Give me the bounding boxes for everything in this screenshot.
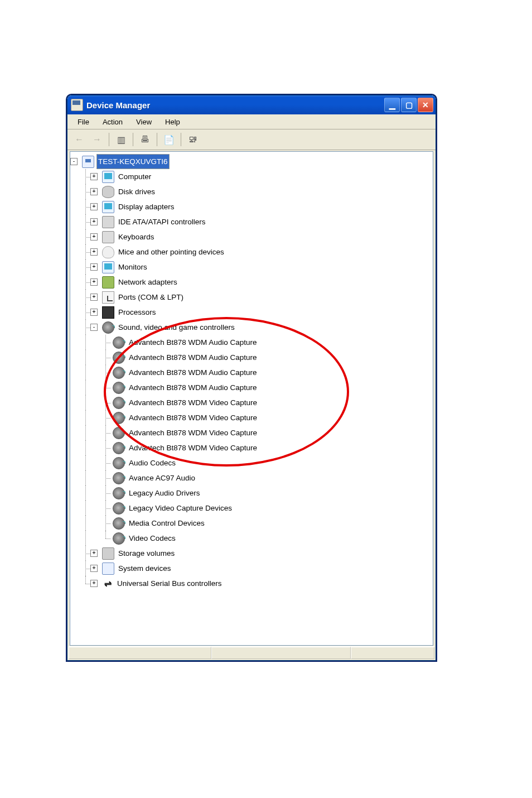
tree-device-node[interactable]: Advantech Bt878 WDM Audio Capture bbox=[70, 365, 433, 380]
tree-device-node[interactable]: Legacy Video Capture Devices bbox=[70, 501, 433, 516]
toolbar-separator bbox=[181, 133, 181, 146]
statusbar bbox=[69, 646, 434, 659]
menu-file[interactable]: File bbox=[71, 117, 96, 127]
tree-node-label: Storage volumes bbox=[117, 546, 176, 561]
status-pane bbox=[211, 647, 351, 659]
tree-node-label: Advantech Bt878 WDM Audio Capture bbox=[127, 380, 259, 395]
menu-action[interactable]: Action bbox=[96, 117, 129, 127]
menu-help[interactable]: Help bbox=[158, 117, 187, 127]
tree-category-node[interactable]: +⇌Universal Serial Bus controllers bbox=[70, 576, 433, 591]
sound-icon bbox=[113, 457, 125, 469]
device-tree[interactable]: -TEST-KEQXUVGTI6+Computer+Disk drives+Di… bbox=[70, 151, 433, 646]
expander-icon[interactable]: + bbox=[90, 278, 98, 286]
expander-icon[interactable]: + bbox=[90, 173, 98, 180]
tree-device-node[interactable]: Media Control Devices bbox=[70, 516, 433, 531]
tree-category-node[interactable]: +Monitors bbox=[70, 259, 433, 275]
network-icon bbox=[102, 276, 114, 289]
expander-icon[interactable]: + bbox=[90, 218, 98, 225]
monitor-icon bbox=[102, 201, 114, 213]
system-icon bbox=[102, 563, 114, 575]
tree-node-label: Computer bbox=[117, 169, 153, 184]
tree-node-label: Legacy Audio Drivers bbox=[127, 485, 202, 501]
expander-icon[interactable]: + bbox=[90, 188, 98, 195]
show-hide-tree-button[interactable]: ▥ bbox=[113, 131, 129, 148]
tree-category-node[interactable]: +Ports (COM & LPT) bbox=[70, 290, 433, 305]
minimize-button[interactable]: ▁ bbox=[384, 98, 400, 112]
printer-icon: 🖶 bbox=[141, 134, 149, 145]
tree-node-label: Disk drives bbox=[117, 184, 157, 199]
tree-device-node[interactable]: Advantech Bt878 WDM Video Capture bbox=[70, 410, 433, 425]
expander-icon[interactable]: + bbox=[90, 580, 98, 587]
close-button[interactable]: ✕ bbox=[418, 98, 433, 112]
tree-category-node[interactable]: +Disk drives bbox=[70, 184, 433, 199]
tree-node-label: TEST-KEQXUVGTI6 bbox=[96, 154, 170, 169]
tree-node-label: Advantech Bt878 WDM Video Capture bbox=[127, 395, 259, 410]
sound-icon bbox=[113, 412, 125, 424]
expander-icon[interactable]: + bbox=[90, 263, 98, 271]
tree-category-node[interactable]: +Keyboards bbox=[70, 229, 433, 244]
expander-icon[interactable]: + bbox=[90, 550, 98, 557]
sound-icon bbox=[113, 382, 125, 394]
sound-icon bbox=[113, 487, 125, 499]
tree-device-node[interactable]: Audio Codecs bbox=[70, 455, 433, 470]
expander-icon[interactable]: + bbox=[90, 248, 98, 256]
titlebar[interactable]: Device Manager ▁ ▢ ✕ bbox=[67, 95, 436, 114]
storage-icon bbox=[102, 547, 114, 560]
tree-device-node[interactable]: Advantech Bt878 WDM Audio Capture bbox=[70, 335, 433, 350]
properties-button[interactable]: 📄 bbox=[161, 131, 177, 148]
monitor-icon bbox=[102, 261, 114, 273]
nav-forward-button[interactable]: → bbox=[89, 131, 105, 148]
properties-icon: 📄 bbox=[163, 134, 175, 145]
tree-category-node[interactable]: +Storage volumes bbox=[70, 546, 433, 561]
tree-category-node[interactable]: +Computer bbox=[70, 169, 433, 184]
expander-icon[interactable]: - bbox=[70, 158, 78, 165]
tree-node-label: Network adapters bbox=[117, 275, 179, 290]
tree-node-label: Audio Codecs bbox=[127, 455, 177, 470]
toolbar-separator bbox=[109, 133, 109, 146]
tree-node-label: Advantech Bt878 WDM Video Capture bbox=[127, 440, 259, 455]
tree-node-label: Advantech Bt878 WDM Audio Capture bbox=[127, 335, 259, 350]
expander-icon[interactable]: - bbox=[90, 324, 98, 331]
tree-device-node[interactable]: Legacy Audio Drivers bbox=[70, 485, 433, 501]
tree-device-node[interactable]: Advantech Bt878 WDM Audio Capture bbox=[70, 380, 433, 395]
print-button[interactable]: 🖶 bbox=[137, 131, 153, 148]
sound-icon bbox=[113, 336, 125, 349]
tree-node-label: Advantech Bt878 WDM Video Capture bbox=[127, 425, 259, 440]
tree-device-node[interactable]: Avance AC97 Audio bbox=[70, 470, 433, 485]
usb-icon: ⇌ bbox=[102, 578, 113, 589]
expander-icon[interactable]: + bbox=[90, 203, 98, 210]
expander-icon[interactable]: + bbox=[90, 233, 98, 241]
tree-node-label: Avance AC97 Audio bbox=[127, 470, 197, 485]
tree-root-node[interactable]: -TEST-KEQXUVGTI6 bbox=[70, 154, 433, 169]
app-icon bbox=[71, 99, 83, 111]
tree-category-node[interactable]: +Display adapters bbox=[70, 199, 433, 214]
close-icon: ✕ bbox=[422, 101, 429, 109]
tree-device-node[interactable]: Video Codecs bbox=[70, 531, 433, 546]
tree-device-node[interactable]: Advantech Bt878 WDM Video Capture bbox=[70, 425, 433, 440]
tree-device-node[interactable]: Advantech Bt878 WDM Audio Capture bbox=[70, 350, 433, 365]
tree-category-node[interactable]: +System devices bbox=[70, 561, 433, 576]
tree-category-node[interactable]: +Mice and other pointing devices bbox=[70, 244, 433, 259]
tree-category-node[interactable]: +Processors bbox=[70, 305, 433, 320]
tree-category-node[interactable]: +Network adapters bbox=[70, 275, 433, 290]
tree-category-node[interactable]: +IDE ATA/ATAPI controllers bbox=[70, 214, 433, 229]
tree-node-label: Ports (COM & LPT) bbox=[117, 290, 185, 305]
scan-hardware-button[interactable]: 🖳 bbox=[185, 131, 201, 148]
tree-category-node[interactable]: -Sound, video and game controllers bbox=[70, 320, 433, 335]
ide-icon bbox=[102, 216, 114, 228]
expander-icon[interactable]: + bbox=[90, 309, 98, 316]
nav-back-button[interactable]: ← bbox=[71, 131, 88, 148]
maximize-button[interactable]: ▢ bbox=[401, 98, 417, 112]
toolbar-separator bbox=[133, 133, 133, 146]
sound-icon bbox=[113, 367, 125, 379]
expander-icon[interactable]: + bbox=[90, 294, 98, 301]
tree-panel-icon: ▥ bbox=[117, 134, 125, 145]
expander-icon[interactable]: + bbox=[90, 565, 98, 572]
window-controls: ▁ ▢ ✕ bbox=[384, 98, 433, 112]
scan-icon: 🖳 bbox=[188, 134, 197, 145]
menu-view[interactable]: View bbox=[129, 117, 158, 127]
tree-node-label: Advantech Bt878 WDM Audio Capture bbox=[127, 350, 259, 365]
tree-node-label: System devices bbox=[117, 561, 173, 576]
tree-device-node[interactable]: Advantech Bt878 WDM Video Capture bbox=[70, 395, 433, 410]
tree-device-node[interactable]: Advantech Bt878 WDM Video Capture bbox=[70, 440, 433, 455]
